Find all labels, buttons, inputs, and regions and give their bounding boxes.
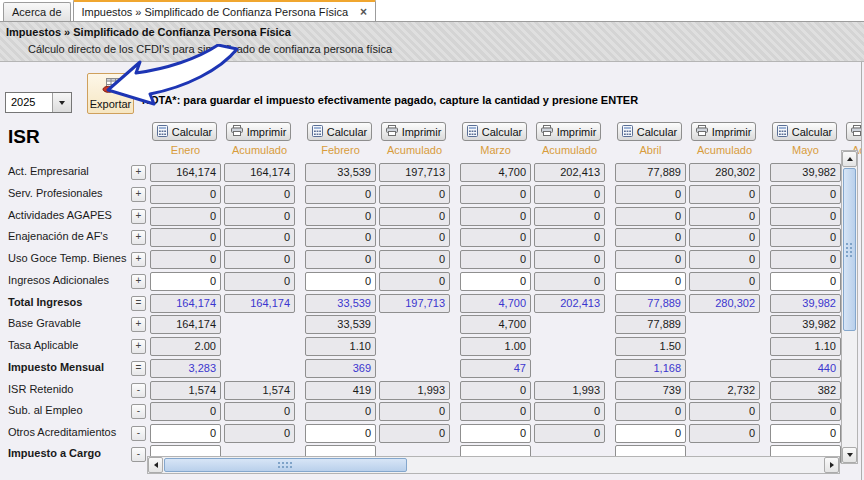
value-cell-month: 164,174 bbox=[150, 315, 221, 334]
value-cell-month: 164,174 bbox=[150, 163, 221, 182]
value-cell-month: 0 bbox=[770, 402, 841, 421]
tab-acerca-de[interactable]: Acerca de bbox=[3, 2, 71, 21]
scroll-down-button[interactable] bbox=[842, 447, 857, 463]
column-label-accum: Acumulado bbox=[224, 144, 295, 156]
value-cell-accum: 1,993 bbox=[379, 381, 450, 400]
value-cell-month: 0 bbox=[460, 185, 531, 204]
column-label-month: Febrero bbox=[305, 144, 376, 156]
calculate-button-febrero[interactable]: Calcular bbox=[307, 122, 372, 141]
row-label: Tasa Aplicable bbox=[8, 339, 130, 351]
row-label: Ingresos Adicionales bbox=[8, 274, 130, 286]
year-select[interactable]: 2025 bbox=[5, 92, 72, 113]
operator-indicator: - bbox=[131, 404, 146, 419]
value-cell-month[interactable]: 0 bbox=[305, 424, 376, 443]
value-cell-month: 0 bbox=[460, 207, 531, 226]
value-cell-accum: 0 bbox=[534, 207, 605, 226]
value-cell-accum: 0 bbox=[224, 228, 295, 247]
value-cell-accum: 0 bbox=[534, 402, 605, 421]
calculate-button-mayo[interactable]: Calcular bbox=[772, 122, 837, 141]
value-cell-accum: 0 bbox=[224, 424, 295, 443]
horizontal-scrollbar[interactable] bbox=[147, 456, 840, 474]
calculator-icon bbox=[312, 125, 323, 139]
calculator-icon bbox=[467, 125, 478, 139]
vertical-scrollbar[interactable] bbox=[841, 150, 858, 464]
value-cell-month[interactable]: 0 bbox=[460, 424, 531, 443]
value-cell-month: 0 bbox=[150, 250, 221, 269]
year-value: 2025 bbox=[11, 96, 35, 108]
column-label-month: Mayo bbox=[770, 144, 841, 156]
print-button-febrero[interactable]: Imprimir bbox=[381, 122, 446, 141]
calculate-button-marzo[interactable]: Calcular bbox=[462, 122, 527, 141]
row-label: Base Gravable bbox=[8, 317, 130, 329]
value-cell-accum: 0 bbox=[379, 424, 450, 443]
value-cell-month[interactable]: 0 bbox=[150, 272, 221, 291]
row-label: Impuesto Mensual bbox=[8, 361, 130, 373]
value-cell-month[interactable]: 0 bbox=[150, 424, 221, 443]
value-cell-month: 1,168 bbox=[615, 359, 686, 378]
operator-indicator: - bbox=[131, 383, 146, 398]
operator-indicator: + bbox=[131, 165, 146, 180]
calculate-button-enero[interactable]: Calcular bbox=[152, 122, 217, 141]
value-cell-accum: 0 bbox=[224, 272, 295, 291]
value-cell-accum: 0 bbox=[534, 272, 605, 291]
value-cell-month: 0 bbox=[150, 207, 221, 226]
page-title: Impuestos » Simplificado de Confianza Pe… bbox=[6, 26, 291, 38]
calculator-icon bbox=[157, 125, 168, 139]
value-cell-month: 0 bbox=[150, 228, 221, 247]
print-button-marzo[interactable]: Imprimir bbox=[536, 122, 601, 141]
value-cell-month[interactable]: 0 bbox=[770, 424, 841, 443]
operator-indicator: - bbox=[131, 447, 146, 462]
value-cell-month: 0 bbox=[615, 228, 686, 247]
value-cell-month: 39,982 bbox=[770, 315, 841, 334]
scroll-up-button[interactable] bbox=[842, 151, 857, 167]
row-label: Total Ingresos bbox=[8, 296, 130, 308]
window-edge bbox=[861, 62, 862, 480]
horizontal-scrollbar-thumb[interactable] bbox=[164, 458, 407, 472]
print-button-enero[interactable]: Imprimir bbox=[226, 122, 291, 141]
row-label: ISR Retenido bbox=[8, 383, 130, 395]
section-title: ISR bbox=[8, 126, 40, 148]
calculate-button-abril[interactable]: Calcular bbox=[617, 122, 682, 141]
value-cell-month[interactable]: 0 bbox=[305, 272, 376, 291]
value-cell-accum: 0 bbox=[379, 272, 450, 291]
value-cell-accum: 0 bbox=[689, 272, 760, 291]
value-cell-month: 0 bbox=[305, 185, 376, 204]
value-cell-accum: 0 bbox=[224, 185, 295, 204]
tab-impuestos-simplificado[interactable]: Impuestos » Simplificado de Confianza Pe… bbox=[73, 0, 377, 21]
print-button-abril[interactable]: Imprimir bbox=[691, 122, 756, 141]
value-cell-accum: 0 bbox=[534, 228, 605, 247]
value-cell-month: 0 bbox=[770, 250, 841, 269]
close-icon[interactable]: × bbox=[360, 7, 367, 17]
scroll-right-button[interactable] bbox=[824, 457, 839, 473]
value-cell-month: 0 bbox=[770, 207, 841, 226]
value-cell-accum: 0 bbox=[689, 402, 760, 421]
value-cell-month[interactable]: 0 bbox=[615, 424, 686, 443]
vertical-scrollbar-thumb[interactable] bbox=[843, 168, 856, 331]
value-cell-month: 77,889 bbox=[615, 294, 686, 313]
value-cell-month: 33,539 bbox=[305, 163, 376, 182]
value-cell-accum: 280,302 bbox=[689, 294, 760, 313]
value-cell-accum: 0 bbox=[379, 228, 450, 247]
value-cell-accum: 280,302 bbox=[689, 163, 760, 182]
row-label: Actividades AGAPES bbox=[8, 209, 130, 221]
operator-indicator: + bbox=[131, 187, 146, 202]
value-cell-accum: 0 bbox=[224, 207, 295, 226]
print-button-mayo[interactable]: Imprimir bbox=[846, 122, 861, 141]
value-cell-month[interactable]: 0 bbox=[460, 272, 531, 291]
row-label: Enajenación de AF's bbox=[8, 230, 130, 242]
value-cell-month[interactable]: 0 bbox=[770, 272, 841, 291]
value-cell-accum: 0 bbox=[224, 402, 295, 421]
value-cell-month: 1.10 bbox=[770, 337, 841, 356]
value-cell-month: 2.00 bbox=[150, 337, 221, 356]
value-cell-month: 39,982 bbox=[770, 163, 841, 182]
column-label-accum: Acumulado bbox=[534, 144, 605, 156]
operator-indicator: + bbox=[131, 274, 146, 289]
chevron-down-icon[interactable] bbox=[52, 93, 71, 112]
value-cell-month: 4,700 bbox=[460, 294, 531, 313]
value-cell-month[interactable]: 0 bbox=[615, 272, 686, 291]
value-cell-month: 1,574 bbox=[150, 381, 221, 400]
row-label: Serv. Profesionales bbox=[8, 187, 130, 199]
scroll-left-button[interactable] bbox=[148, 457, 163, 473]
value-cell-month: 33,539 bbox=[305, 294, 376, 313]
value-cell-month: 4,700 bbox=[460, 315, 531, 334]
